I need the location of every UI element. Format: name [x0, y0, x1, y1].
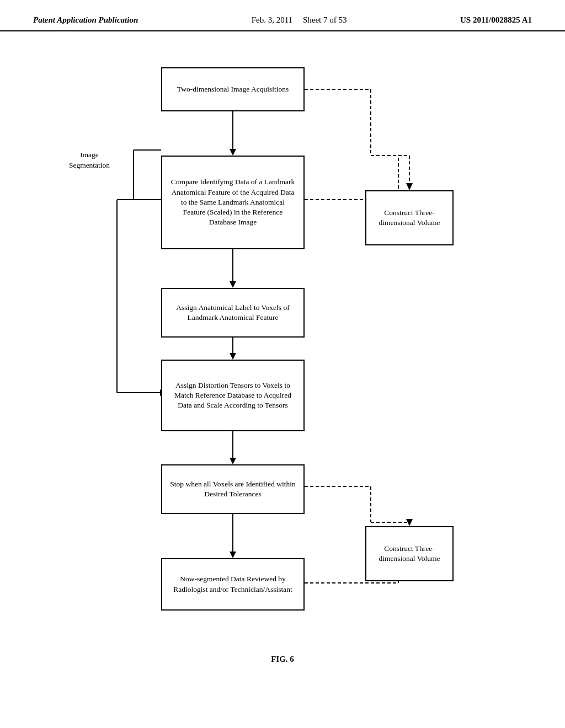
svg-marker-14 — [406, 183, 413, 190]
page-header: Patent Application Publication Feb. 3, 2… — [0, 0, 565, 31]
svg-marker-5 — [230, 353, 236, 360]
box-assign-distortion-tensors: Assign Distortion Tensors to Voxels to M… — [161, 360, 305, 431]
svg-marker-3 — [230, 281, 236, 288]
svg-marker-7 — [230, 458, 236, 464]
figure-caption: FIG. 6 — [271, 655, 294, 664]
main-content: Image Segmentation Two-dimensional Image… — [0, 31, 565, 675]
image-segmentation-label: Image Segmentation — [62, 150, 117, 171]
patent-number: US 2011/0028825 A1 — [460, 15, 532, 25]
box-construct-3d-bottom: Construct Three- dimensional Volume — [365, 526, 454, 581]
publication-date: Feb. 3, 2011 — [252, 15, 292, 24]
svg-marker-26 — [406, 519, 413, 526]
box-now-segmented: Now-segmented Data Reviewed by Radiologi… — [161, 558, 305, 611]
box-construct-3d-top: Construct Three- dimensional Volume — [365, 190, 454, 245]
svg-marker-9 — [230, 552, 236, 558]
box-assign-anatomical-label: Assign Anatomical Label to Voxels of Lan… — [161, 288, 305, 338]
sheet-info: Sheet 7 of 53 — [303, 15, 347, 24]
box-compare-identifying: Compare Identifying Data of a Landmark A… — [161, 156, 305, 249]
svg-marker-1 — [230, 149, 236, 156]
date-sheet: Feb. 3, 2011 Sheet 7 of 53 — [252, 15, 347, 25]
publication-label: Patent Application Publication — [33, 15, 138, 25]
box-stop-voxels: Stop when all Voxels are Identified with… — [161, 464, 305, 514]
box-two-dimensional: Two-dimensional Image Acquisitions — [161, 67, 305, 111]
flowchart: Image Segmentation Two-dimensional Image… — [45, 53, 520, 649]
